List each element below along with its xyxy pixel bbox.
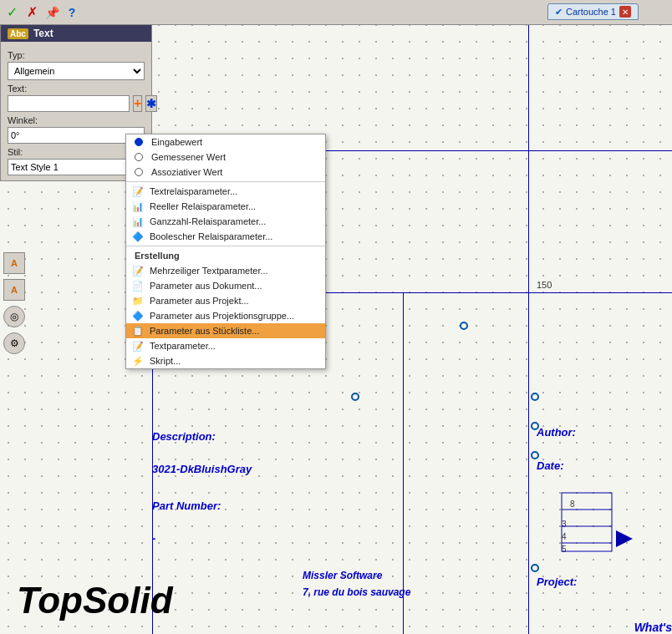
stuckliste-icon: 📋 <box>131 324 145 337</box>
side-row-3: ◎ <box>3 306 25 327</box>
cad-circle-3 <box>531 422 539 430</box>
menu-label-reeller: Reeller Relaisparameter... <box>150 201 256 211</box>
menu-item-textrelais[interactable]: 📝 Textrelaisparameter... <box>126 184 325 199</box>
checkmark-icon[interactable]: ✓ <box>3 4 20 21</box>
skript-icon: ⚡ <box>131 354 145 368</box>
description-value: 3021-DkBluishGray <box>152 463 252 475</box>
topsolid-logo: TopSolid <box>17 580 173 621</box>
typ-label: Typ: <box>8 50 145 60</box>
cad-circle-2 <box>531 393 539 401</box>
ganzzahl-icon: 📊 <box>131 215 145 228</box>
icon-btn-text-2[interactable]: A <box>3 279 25 301</box>
tab-checkmark: ✔ <box>555 7 563 18</box>
textrelais-icon: 📝 <box>131 185 145 198</box>
asterisk-btn[interactable]: ✱ <box>145 95 157 112</box>
menu-label-mehrzeiliger: Mehrzeiliger Textparameter... <box>150 266 268 276</box>
menu-item-stuckliste[interactable]: 📋 Parameter aus Stückliste... <box>126 323 325 338</box>
cartouche-tab[interactable]: ✔ Cartouche 1 ✕ <box>547 3 639 20</box>
rue-label: 7, rue du bois sauvage <box>303 586 410 598</box>
separator-2 <box>126 246 325 246</box>
menu-label-projektionsgruppe: Parameter aus Projektionsgruppe... <box>150 311 294 321</box>
radio-eingabewert <box>135 138 143 146</box>
panel-title-bar: Abc Text <box>1 25 151 42</box>
menu-item-mehrzeiliger[interactable]: 📝 Mehrzeiliger Textparameter... <box>126 263 325 278</box>
menu-label-boolescher: Boolescher Relaisparameter... <box>150 231 272 241</box>
separator-1 <box>126 181 325 182</box>
radio-assoziativer <box>135 168 143 176</box>
menu-label-stuckliste: Parameter aus Stückliste... <box>150 326 259 336</box>
cad-vline-3 <box>403 292 404 634</box>
menu-label-eingabewert: Eingabewert <box>151 137 202 147</box>
dash-value: - <box>152 532 155 545</box>
projektionsgruppe-icon: 🔷 <box>131 309 145 322</box>
menu-label-assoziativer: Assoziativer Wert <box>151 167 222 177</box>
menu-label-ganzzahl: Ganzzahl-Relaisparameter... <box>150 216 266 226</box>
description-label: Description: <box>152 430 216 443</box>
reeller-icon: 📊 <box>131 200 145 213</box>
pin-icon[interactable]: 📌 <box>43 4 60 21</box>
menu-label-dokument: Parameter aus Dokument... <box>150 281 262 291</box>
cad-dim-150: 150 <box>537 280 552 290</box>
help-icon[interactable]: ? <box>64 4 80 21</box>
winkel-label: Winkel: <box>8 115 145 125</box>
stil-label: Stil: <box>8 147 145 157</box>
menu-item-reeller[interactable]: 📊 Reeller Relaisparameter... <box>126 199 325 214</box>
cad-circle-1 <box>351 393 359 401</box>
cad-circle-5 <box>531 564 539 572</box>
menu-label-textparameter: Textparameter... <box>150 341 216 351</box>
author-label: Author: <box>537 426 576 439</box>
tab-label: Cartouche 1 <box>566 7 616 17</box>
panel-title-label: Text <box>33 28 53 39</box>
menu-item-projektionsgruppe[interactable]: 🔷 Parameter aus Projektionsgruppe... <box>126 308 325 323</box>
abc-badge: Abc <box>8 28 28 39</box>
whats-label: What's <box>634 621 672 634</box>
menu-item-skript[interactable]: ⚡ Skript... <box>126 353 325 368</box>
menu-item-ganzzahl[interactable]: 📊 Ganzzahl-Relaisparameter... <box>126 214 325 229</box>
side-row-1: A <box>3 252 25 274</box>
text-label: Text: <box>8 84 145 94</box>
textparameter-icon: 📝 <box>131 339 145 353</box>
menu-item-boolescher[interactable]: 🔷 Boolescher Relaisparameter... <box>126 229 325 244</box>
mehrzeiliger-icon: 📝 <box>131 264 145 277</box>
add-text-btn[interactable]: + <box>133 95 142 112</box>
menu-label-textrelais: Textrelaisparameter... <box>150 186 237 196</box>
menu-item-dokument[interactable]: 📄 Parameter aus Dokument... <box>126 278 325 293</box>
menu-item-projekt[interactable]: 📁 Parameter aus Projekt... <box>126 293 325 308</box>
projekt-icon: 📁 <box>131 294 145 307</box>
cad-box-svg <box>553 484 637 568</box>
menu-label-gemessener: Gemessener Wert <box>151 152 226 162</box>
menu-item-textparameter[interactable]: 📝 Textparameter... <box>126 338 325 353</box>
menu-label-skript: Skript... <box>150 356 181 366</box>
missler-label: Missler Software <box>303 570 382 581</box>
side-row-4: ⚙ <box>3 332 25 354</box>
dokument-icon: 📄 <box>131 279 145 292</box>
cad-circle-4 <box>531 451 539 459</box>
context-menu: Eingabewert Gemessener Wert Assoziativer… <box>125 134 326 369</box>
close-icon[interactable]: ✗ <box>23 4 40 21</box>
svg-marker-4 <box>616 530 633 547</box>
cad-circle-6 <box>460 322 468 330</box>
text-input[interactable] <box>8 95 130 112</box>
part-number-label: Part Number: <box>152 500 221 512</box>
menu-item-gemessener[interactable]: Gemessener Wert <box>126 150 325 165</box>
round-btn-1[interactable]: ◎ <box>3 306 25 327</box>
cad-vline-1 <box>528 25 529 634</box>
typ-select[interactable]: Allgemein <box>8 62 145 80</box>
boolescher-icon: 🔷 <box>131 230 145 243</box>
side-row-2: A <box>3 279 25 301</box>
project-label: Project: <box>537 576 577 588</box>
round-btn-2[interactable]: ⚙ <box>3 332 25 354</box>
menu-item-eingabewert[interactable]: Eingabewert <box>126 134 325 150</box>
tab-close-button[interactable]: ✕ <box>619 6 631 18</box>
text-field-row: + ✱ <box>8 95 145 112</box>
stil-input[interactable] <box>8 159 145 175</box>
radio-gemessener <box>135 153 143 161</box>
erstellung-header: Erstellung <box>126 248 325 263</box>
side-panel-buttons: A A ◎ ⚙ <box>3 252 25 354</box>
menu-item-assoziativer[interactable]: Assoziativer Wert <box>126 165 325 180</box>
menu-label-projekt: Parameter aus Projekt... <box>150 296 249 306</box>
winkel-input[interactable] <box>8 127 145 144</box>
date-label: Date: <box>537 459 564 472</box>
icon-btn-text-style[interactable]: A <box>3 252 25 274</box>
